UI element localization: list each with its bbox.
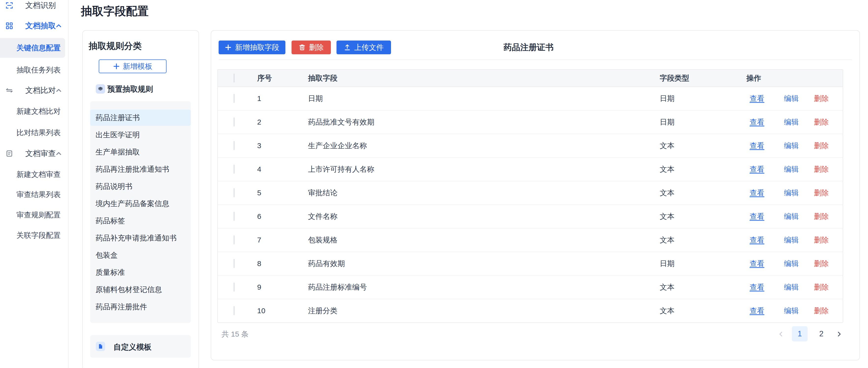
total-count: 共 15 条: [221, 329, 249, 339]
view-link[interactable]: 查看: [750, 282, 764, 292]
sidebar-item-doc-compare[interactable]: 文档比对: [0, 83, 68, 98]
row-checkbox[interactable]: [234, 282, 235, 292]
edit-link[interactable]: 编辑: [784, 259, 799, 269]
row-no: 1: [257, 94, 261, 103]
sidebar-item-new-compare[interactable]: 新建文档比对: [0, 104, 68, 119]
edit-link[interactable]: 编辑: [784, 117, 799, 127]
delete-link[interactable]: 删除: [814, 141, 829, 151]
sidebar-item-key-info-config[interactable]: 关键信息配置: [0, 38, 65, 58]
row-checkbox[interactable]: [234, 188, 235, 197]
edit-link[interactable]: 编辑: [784, 164, 799, 175]
select-all-checkbox[interactable]: [234, 73, 235, 83]
chevron-up-icon[interactable]: [55, 150, 62, 157]
custom-templates-section-header[interactable]: 自定义模板: [90, 335, 191, 358]
sidebar-item-label: 比对结果列表: [17, 128, 61, 138]
sidebar-item-doc-review[interactable]: 文档审查: [0, 146, 68, 161]
sidebar-item-doc-extraction[interactable]: 文档抽取: [0, 19, 68, 33]
delete-link[interactable]: 删除: [814, 188, 829, 198]
row-checkbox[interactable]: [234, 259, 235, 268]
row-type: 文本: [660, 164, 675, 175]
delete-link[interactable]: 删除: [814, 94, 829, 104]
sidebar-item-label: 抽取任务列表: [17, 65, 61, 75]
preset-rules-section-header[interactable]: 预置抽取规则: [83, 83, 198, 95]
delete-button[interactable]: 删除: [291, 40, 331, 54]
row-no: 3: [257, 142, 261, 150]
row-no: 7: [257, 236, 261, 244]
column-header-no: 序号: [257, 73, 272, 83]
view-link[interactable]: 查看: [750, 235, 764, 245]
sidebar-item-related-fields-config[interactable]: 关联字段配置: [0, 228, 68, 243]
sidebar-item-review-rules-config[interactable]: 审查规则配置: [0, 208, 68, 222]
pagination-page-1[interactable]: 1: [792, 326, 808, 341]
rule-item[interactable]: 药品标签: [90, 213, 191, 228]
delete-link[interactable]: 删除: [814, 235, 829, 245]
add-template-button[interactable]: 新增模板: [99, 59, 166, 73]
delete-link[interactable]: 删除: [814, 164, 829, 175]
rule-item[interactable]: 药品补充申请批准通知书: [90, 231, 191, 245]
view-link[interactable]: 查看: [750, 306, 764, 316]
rules-panel-title: 抽取规则分类: [89, 40, 142, 52]
row-checkbox[interactable]: [234, 235, 235, 244]
row-checkbox[interactable]: [234, 212, 235, 221]
delete-link[interactable]: 删除: [814, 306, 829, 316]
row-field: 包装规格: [308, 235, 338, 245]
edit-link[interactable]: 编辑: [784, 282, 799, 292]
pagination-page-2[interactable]: 2: [813, 326, 829, 341]
upload-file-button[interactable]: 上传文件: [337, 40, 391, 54]
sidebar-item-review-results[interactable]: 审查结果列表: [0, 187, 68, 202]
grid-icon: [5, 22, 13, 30]
rule-item[interactable]: 生产单据抽取: [90, 145, 191, 159]
view-link[interactable]: 查看: [750, 164, 764, 175]
row-checkbox[interactable]: [234, 94, 235, 103]
rule-item-label: 包装盒: [96, 250, 118, 260]
delete-link[interactable]: 删除: [814, 282, 829, 292]
sidebar-item-compare-results[interactable]: 比对结果列表: [0, 125, 68, 140]
rule-item[interactable]: 质量标准: [90, 265, 191, 280]
delete-link[interactable]: 删除: [814, 259, 829, 269]
edit-link[interactable]: 编辑: [784, 235, 799, 245]
rule-item[interactable]: 境内生产药品备案信息: [90, 196, 191, 211]
view-link[interactable]: 查看: [750, 117, 764, 127]
sidebar-item-new-review[interactable]: 新建文档审查: [0, 167, 68, 182]
pagination-prev-button[interactable]: [776, 329, 786, 339]
view-link[interactable]: 查看: [750, 188, 764, 198]
row-checkbox[interactable]: [234, 141, 235, 150]
rule-item[interactable]: 药品再注册批件: [90, 300, 191, 314]
rule-item[interactable]: 原辅料包材登记信息: [90, 282, 191, 297]
view-link[interactable]: 查看: [750, 212, 764, 222]
view-link[interactable]: 查看: [750, 141, 764, 151]
edit-link[interactable]: 编辑: [784, 141, 799, 151]
rule-item[interactable]: 药品再注册批准通知书: [90, 162, 191, 177]
edit-link[interactable]: 编辑: [784, 94, 799, 104]
view-link[interactable]: 查看: [750, 94, 764, 104]
sidebar-item-extraction-task-list[interactable]: 抽取任务列表: [0, 63, 68, 78]
delete-link[interactable]: 删除: [814, 117, 829, 127]
column-header-type: 字段类型: [660, 73, 689, 83]
row-no: 8: [257, 259, 261, 268]
edit-link[interactable]: 编辑: [784, 306, 799, 316]
rule-item[interactable]: 药品说明书: [90, 179, 191, 194]
chevron-left-icon: [778, 331, 784, 337]
row-checkbox[interactable]: [234, 117, 235, 126]
pagination-next-button[interactable]: [834, 329, 844, 339]
toolbar-divider: [219, 59, 852, 60]
chevron-up-icon[interactable]: [55, 87, 62, 94]
chevron-up-icon[interactable]: [55, 22, 62, 29]
edit-link[interactable]: 编辑: [784, 212, 799, 222]
rule-item-label: 药品说明书: [96, 182, 132, 192]
row-checkbox[interactable]: [234, 306, 235, 315]
sidebar-item-label: 文档比对: [25, 85, 56, 96]
sidebar-item-label: 审查规则配置: [17, 210, 61, 220]
row-type: 文本: [660, 188, 675, 198]
rule-item[interactable]: 包装盒: [90, 248, 191, 263]
rule-item-selected[interactable]: 药品注册证书: [90, 110, 191, 126]
view-link[interactable]: 查看: [750, 259, 764, 269]
delete-link[interactable]: 删除: [814, 212, 829, 222]
add-field-button[interactable]: 新增抽取字段: [219, 40, 285, 54]
table-row: 10 注册分类 文本 查看 编辑 删除: [218, 299, 843, 322]
document-title: 药品注册证书: [492, 42, 565, 53]
edit-link[interactable]: 编辑: [784, 188, 799, 198]
row-checkbox[interactable]: [234, 164, 235, 174]
sidebar-item-doc-recognition[interactable]: 文档识别: [0, 0, 68, 13]
rule-item[interactable]: 出生医学证明: [90, 127, 191, 142]
